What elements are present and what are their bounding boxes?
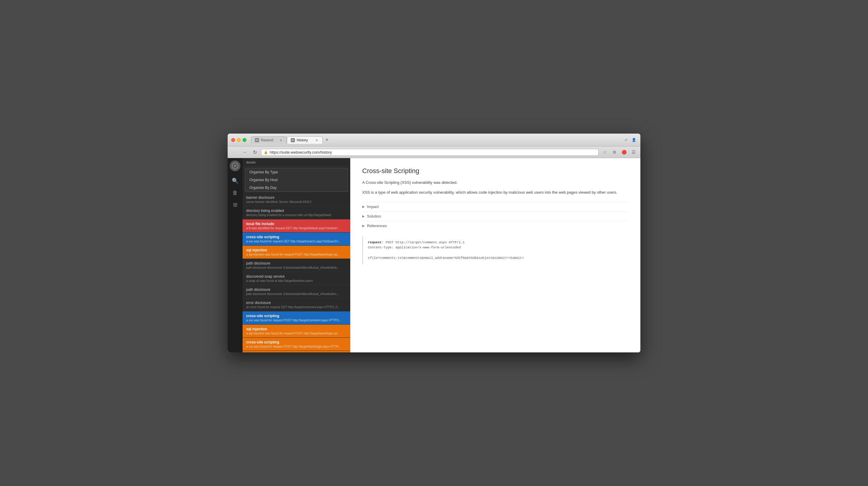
toolbar: ← → ↻ 🔒 ☆ ⚙ 🔴 ☰ <box>228 147 640 158</box>
vuln-item-lfi[interactable]: local file include a lfi was identified … <box>243 219 350 232</box>
minimize-button[interactable] <box>237 138 241 142</box>
lock-icon: 🔒 <box>264 150 268 154</box>
vuln-desc: a xss was found for request GET http://t… <box>246 240 347 243</box>
organise-by-host[interactable]: Organise By Host <box>245 176 347 184</box>
tabs-bar: ⟳ Resend ✕ ⟳ History ✕ + <box>251 136 620 144</box>
tab-resend-close[interactable]: ✕ <box>279 138 283 142</box>
websecurify-icon[interactable]: 🔴 <box>620 148 628 156</box>
main-content: 🔍 🗑 ⊞ details Organise By Type Organise … <box>228 158 640 352</box>
accordion-impact-label: Impact <box>367 204 379 209</box>
accordion-solution[interactable]: ▶ Solution <box>362 211 628 221</box>
forward-button[interactable]: → <box>241 148 249 156</box>
window-user-button[interactable]: 👤 <box>631 137 637 143</box>
vuln-title: error disclosure <box>246 301 347 305</box>
accordion-solution-label: Solution <box>367 214 381 219</box>
menu-icon[interactable]: ☰ <box>630 148 638 156</box>
vuln-desc: an error found for request GET http://ta… <box>246 305 347 309</box>
tab-history[interactable]: ⟳ History ✕ <box>287 136 323 144</box>
panel-header: details <box>243 158 350 167</box>
browser-window: ⟳ Resend ✕ ⟳ History ✕ + ⤢ 👤 ← → ↻ 🔒 ☆ ⚙ <box>228 134 640 352</box>
content-description-1: A Cross-site Scripting (XSS) vulnerabili… <box>362 180 628 186</box>
vuln-item-soap[interactable]: discovered soap service a soap url was f… <box>243 272 350 285</box>
accordion-references-label: References <box>367 224 387 228</box>
vuln-item-xss4[interactable]: cross-site scripting a xss was found for… <box>243 351 350 352</box>
vuln-item-xss1-active[interactable]: cross-site scripting a xss was found for… <box>243 232 350 246</box>
code-body: cfile=comments.txt&comments&email_addr&n… <box>368 256 524 260</box>
vuln-item-error[interactable]: error disclosure an error found for requ… <box>243 298 350 312</box>
sidebar-nav: 🔍 🗑 ⊞ <box>228 158 243 352</box>
nav-search-icon[interactable]: 🔍 <box>230 175 241 186</box>
code-block: request: POST http://target/comment.aspx… <box>362 236 628 264</box>
accordion-references[interactable]: ▶ References <box>362 221 628 230</box>
refresh-button[interactable]: ↻ <box>251 148 259 156</box>
tab-history-label: History <box>297 138 308 142</box>
vuln-item-path1[interactable]: path disclosure path disclosure discover… <box>243 259 350 272</box>
app-logo <box>230 161 241 171</box>
vuln-title: path disclosure <box>246 261 347 265</box>
vuln-desc: server banner identified: Server: Micros… <box>246 200 347 203</box>
vuln-title: local file include <box>246 222 347 226</box>
vuln-title: sql injection <box>246 327 347 331</box>
vuln-item-xss2-active[interactable]: cross-site scripting a xss was found for… <box>243 312 350 325</box>
vuln-title: discovered soap service <box>246 274 347 279</box>
organise-by-day[interactable]: Organise By Day <box>245 184 347 192</box>
bookmark-icon[interactable]: ☆ <box>601 148 609 156</box>
code-request-label: request <box>368 240 382 244</box>
tab-resend-icon: ⟳ <box>255 138 259 142</box>
vuln-item-path2[interactable]: path disclosure path disclosure discover… <box>243 285 350 298</box>
accordion-impact[interactable]: ▶ Impact <box>362 202 628 211</box>
vuln-desc: directory listing enabled for a resource… <box>246 214 347 217</box>
code-request-value: : POST http://target/comment.aspx HTTP/1… <box>382 240 465 244</box>
new-tab-button[interactable]: + <box>323 136 331 144</box>
toolbar-actions: ☆ ⚙ 🔴 ☰ <box>601 148 638 156</box>
tab-resend-label: Resend <box>261 138 273 142</box>
vuln-desc: a xss was found for request POST http://… <box>246 319 347 322</box>
window-expand-button[interactable]: ⤢ <box>623 137 629 143</box>
content-area: Cross-site Scripting A Cross-site Script… <box>350 158 640 352</box>
tab-resend[interactable]: ⟳ Resend ✕ <box>251 136 287 144</box>
maximize-button[interactable] <box>243 138 246 142</box>
chevron-right-icon: ▶ <box>362 214 365 218</box>
vuln-title: sql injection <box>246 248 347 252</box>
url-input[interactable] <box>270 150 596 155</box>
vuln-title: cross-site scripting <box>246 235 347 239</box>
nav-trash-icon[interactable]: 🗑 <box>230 187 241 198</box>
vuln-title: banner disclosure <box>246 195 347 200</box>
extensions-icon[interactable]: ⚙ <box>611 148 618 156</box>
tab-history-close[interactable]: ✕ <box>315 138 319 142</box>
vuln-item-xss3[interactable]: cross-site scripting a xss was found for… <box>243 338 350 351</box>
vuln-item-sqli2[interactable]: sql injection a sql injection was found … <box>243 325 350 338</box>
tab-history-icon: ⟳ <box>291 138 295 142</box>
chevron-right-icon: ▶ <box>362 205 365 208</box>
close-button[interactable] <box>231 138 235 142</box>
vuln-desc: path disclosure discovered: d:\downloads… <box>246 266 347 269</box>
vuln-title: cross-site scripting <box>246 340 347 344</box>
vuln-item-banner[interactable]: banner disclosure server banner identifi… <box>243 193 350 206</box>
items-panel: details Organise By Type Organise By Hos… <box>243 158 350 352</box>
back-button[interactable]: ← <box>230 148 238 156</box>
chevron-right-icon: ▶ <box>362 224 365 228</box>
vuln-desc: a xss was found for request POST http://… <box>246 345 347 348</box>
address-bar[interactable]: 🔒 <box>261 149 598 156</box>
left-panel: 🔍 🗑 ⊞ details Organise By Type Organise … <box>228 158 350 352</box>
vuln-title: cross-site scripting <box>246 314 347 318</box>
vuln-desc: a sql injection was found for request PO… <box>246 332 347 335</box>
organise-dropdown: Organise By Type Organise By Host Organi… <box>245 168 348 192</box>
vuln-desc: path disclosure discovered: d:\downloads… <box>246 292 347 296</box>
vuln-item-directory[interactable]: directory listing enabled directory list… <box>243 206 350 219</box>
nav-grid-icon[interactable]: ⊞ <box>230 199 241 210</box>
content-description-2: XSS is a type of web application securit… <box>362 190 628 196</box>
vuln-desc: a sql injection was found for request PO… <box>246 253 347 256</box>
vuln-title: path disclosure <box>246 288 347 292</box>
code-content-type: Content-Type: application/x-www-form-url… <box>368 246 461 249</box>
organise-by-type[interactable]: Organise By Type <box>245 168 347 176</box>
vuln-desc: a lfi was identified for request GET htt… <box>246 227 347 230</box>
title-bar: ⟳ Resend ✕ ⟳ History ✕ + ⤢ 👤 <box>228 134 640 147</box>
vuln-desc: a soap url was found at http://target/ba… <box>246 279 347 283</box>
page-title: Cross-site Scripting <box>362 167 628 175</box>
traffic-lights <box>231 138 246 142</box>
window-controls: ⤢ 👤 <box>623 137 637 143</box>
vuln-item-sqli1[interactable]: sql injection a sql injection was found … <box>243 246 350 259</box>
vuln-title: directory listing enabled <box>246 208 347 213</box>
